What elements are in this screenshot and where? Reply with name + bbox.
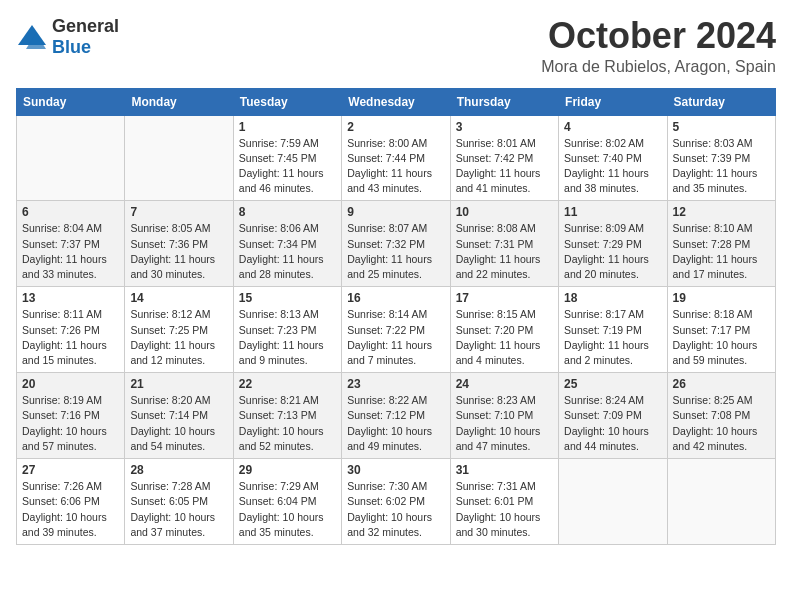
calendar-week-row: 1Sunrise: 7:59 AMSunset: 7:45 PMDaylight… xyxy=(17,115,776,201)
day-info: Sunrise: 7:31 AMSunset: 6:01 PMDaylight:… xyxy=(456,479,553,540)
calendar-table: Sunday Monday Tuesday Wednesday Thursday… xyxy=(16,88,776,545)
table-row: 26Sunrise: 8:25 AMSunset: 7:08 PMDayligh… xyxy=(667,373,775,459)
table-row: 12Sunrise: 8:10 AMSunset: 7:28 PMDayligh… xyxy=(667,201,775,287)
table-row: 4Sunrise: 8:02 AMSunset: 7:40 PMDaylight… xyxy=(559,115,667,201)
table-row: 19Sunrise: 8:18 AMSunset: 7:17 PMDayligh… xyxy=(667,287,775,373)
table-row: 28Sunrise: 7:28 AMSunset: 6:05 PMDayligh… xyxy=(125,459,233,545)
table-row: 2Sunrise: 8:00 AMSunset: 7:44 PMDaylight… xyxy=(342,115,450,201)
day-info: Sunrise: 8:13 AMSunset: 7:23 PMDaylight:… xyxy=(239,307,336,368)
day-info: Sunrise: 8:20 AMSunset: 7:14 PMDaylight:… xyxy=(130,393,227,454)
day-info: Sunrise: 7:30 AMSunset: 6:02 PMDaylight:… xyxy=(347,479,444,540)
day-info: Sunrise: 8:10 AMSunset: 7:28 PMDaylight:… xyxy=(673,221,770,282)
table-row: 13Sunrise: 8:11 AMSunset: 7:26 PMDayligh… xyxy=(17,287,125,373)
day-info: Sunrise: 8:19 AMSunset: 7:16 PMDaylight:… xyxy=(22,393,119,454)
day-info: Sunrise: 7:28 AMSunset: 6:05 PMDaylight:… xyxy=(130,479,227,540)
table-row xyxy=(125,115,233,201)
header-friday: Friday xyxy=(559,88,667,115)
day-number: 7 xyxy=(130,205,227,219)
calendar-week-row: 27Sunrise: 7:26 AMSunset: 6:06 PMDayligh… xyxy=(17,459,776,545)
day-info: Sunrise: 8:03 AMSunset: 7:39 PMDaylight:… xyxy=(673,136,770,197)
day-info: Sunrise: 8:22 AMSunset: 7:12 PMDaylight:… xyxy=(347,393,444,454)
month-title: October 2024 xyxy=(541,16,776,56)
table-row: 16Sunrise: 8:14 AMSunset: 7:22 PMDayligh… xyxy=(342,287,450,373)
day-info: Sunrise: 8:14 AMSunset: 7:22 PMDaylight:… xyxy=(347,307,444,368)
day-info: Sunrise: 8:11 AMSunset: 7:26 PMDaylight:… xyxy=(22,307,119,368)
table-row: 21Sunrise: 8:20 AMSunset: 7:14 PMDayligh… xyxy=(125,373,233,459)
day-info: Sunrise: 8:08 AMSunset: 7:31 PMDaylight:… xyxy=(456,221,553,282)
table-row xyxy=(559,459,667,545)
day-info: Sunrise: 8:04 AMSunset: 7:37 PMDaylight:… xyxy=(22,221,119,282)
table-row: 17Sunrise: 8:15 AMSunset: 7:20 PMDayligh… xyxy=(450,287,558,373)
table-row: 11Sunrise: 8:09 AMSunset: 7:29 PMDayligh… xyxy=(559,201,667,287)
header-saturday: Saturday xyxy=(667,88,775,115)
table-row: 24Sunrise: 8:23 AMSunset: 7:10 PMDayligh… xyxy=(450,373,558,459)
day-number: 28 xyxy=(130,463,227,477)
day-number: 19 xyxy=(673,291,770,305)
table-row: 20Sunrise: 8:19 AMSunset: 7:16 PMDayligh… xyxy=(17,373,125,459)
day-number: 16 xyxy=(347,291,444,305)
logo-icon xyxy=(16,23,48,51)
day-number: 5 xyxy=(673,120,770,134)
logo-blue: Blue xyxy=(52,37,91,57)
day-number: 13 xyxy=(22,291,119,305)
logo: General Blue xyxy=(16,16,119,58)
table-row: 15Sunrise: 8:13 AMSunset: 7:23 PMDayligh… xyxy=(233,287,341,373)
table-row: 29Sunrise: 7:29 AMSunset: 6:04 PMDayligh… xyxy=(233,459,341,545)
day-info: Sunrise: 7:26 AMSunset: 6:06 PMDaylight:… xyxy=(22,479,119,540)
page-header: General Blue October 2024 Mora de Rubiel… xyxy=(16,16,776,76)
table-row: 7Sunrise: 8:05 AMSunset: 7:36 PMDaylight… xyxy=(125,201,233,287)
day-info: Sunrise: 8:00 AMSunset: 7:44 PMDaylight:… xyxy=(347,136,444,197)
calendar-week-row: 20Sunrise: 8:19 AMSunset: 7:16 PMDayligh… xyxy=(17,373,776,459)
day-number: 17 xyxy=(456,291,553,305)
day-number: 6 xyxy=(22,205,119,219)
day-number: 27 xyxy=(22,463,119,477)
calendar-header-row: Sunday Monday Tuesday Wednesday Thursday… xyxy=(17,88,776,115)
day-info: Sunrise: 8:05 AMSunset: 7:36 PMDaylight:… xyxy=(130,221,227,282)
table-row: 18Sunrise: 8:17 AMSunset: 7:19 PMDayligh… xyxy=(559,287,667,373)
calendar-week-row: 6Sunrise: 8:04 AMSunset: 7:37 PMDaylight… xyxy=(17,201,776,287)
table-row: 14Sunrise: 8:12 AMSunset: 7:25 PMDayligh… xyxy=(125,287,233,373)
day-info: Sunrise: 8:12 AMSunset: 7:25 PMDaylight:… xyxy=(130,307,227,368)
day-info: Sunrise: 8:24 AMSunset: 7:09 PMDaylight:… xyxy=(564,393,661,454)
day-number: 1 xyxy=(239,120,336,134)
location: Mora de Rubielos, Aragon, Spain xyxy=(541,58,776,76)
day-number: 9 xyxy=(347,205,444,219)
day-info: Sunrise: 7:29 AMSunset: 6:04 PMDaylight:… xyxy=(239,479,336,540)
day-number: 31 xyxy=(456,463,553,477)
day-info: Sunrise: 8:01 AMSunset: 7:42 PMDaylight:… xyxy=(456,136,553,197)
title-block: October 2024 Mora de Rubielos, Aragon, S… xyxy=(541,16,776,76)
header-tuesday: Tuesday xyxy=(233,88,341,115)
table-row: 1Sunrise: 7:59 AMSunset: 7:45 PMDaylight… xyxy=(233,115,341,201)
table-row: 25Sunrise: 8:24 AMSunset: 7:09 PMDayligh… xyxy=(559,373,667,459)
day-number: 20 xyxy=(22,377,119,391)
day-number: 14 xyxy=(130,291,227,305)
day-info: Sunrise: 8:06 AMSunset: 7:34 PMDaylight:… xyxy=(239,221,336,282)
day-info: Sunrise: 8:25 AMSunset: 7:08 PMDaylight:… xyxy=(673,393,770,454)
day-info: Sunrise: 8:18 AMSunset: 7:17 PMDaylight:… xyxy=(673,307,770,368)
header-sunday: Sunday xyxy=(17,88,125,115)
table-row: 9Sunrise: 8:07 AMSunset: 7:32 PMDaylight… xyxy=(342,201,450,287)
day-info: Sunrise: 8:23 AMSunset: 7:10 PMDaylight:… xyxy=(456,393,553,454)
day-number: 10 xyxy=(456,205,553,219)
table-row: 3Sunrise: 8:01 AMSunset: 7:42 PMDaylight… xyxy=(450,115,558,201)
day-number: 30 xyxy=(347,463,444,477)
table-row: 30Sunrise: 7:30 AMSunset: 6:02 PMDayligh… xyxy=(342,459,450,545)
day-number: 3 xyxy=(456,120,553,134)
day-number: 2 xyxy=(347,120,444,134)
table-row: 27Sunrise: 7:26 AMSunset: 6:06 PMDayligh… xyxy=(17,459,125,545)
table-row: 6Sunrise: 8:04 AMSunset: 7:37 PMDaylight… xyxy=(17,201,125,287)
table-row: 31Sunrise: 7:31 AMSunset: 6:01 PMDayligh… xyxy=(450,459,558,545)
table-row: 22Sunrise: 8:21 AMSunset: 7:13 PMDayligh… xyxy=(233,373,341,459)
table-row xyxy=(17,115,125,201)
day-number: 26 xyxy=(673,377,770,391)
table-row: 10Sunrise: 8:08 AMSunset: 7:31 PMDayligh… xyxy=(450,201,558,287)
day-number: 29 xyxy=(239,463,336,477)
header-monday: Monday xyxy=(125,88,233,115)
day-info: Sunrise: 8:21 AMSunset: 7:13 PMDaylight:… xyxy=(239,393,336,454)
day-number: 8 xyxy=(239,205,336,219)
table-row: 8Sunrise: 8:06 AMSunset: 7:34 PMDaylight… xyxy=(233,201,341,287)
day-number: 11 xyxy=(564,205,661,219)
header-wednesday: Wednesday xyxy=(342,88,450,115)
day-info: Sunrise: 8:02 AMSunset: 7:40 PMDaylight:… xyxy=(564,136,661,197)
logo-general: General xyxy=(52,16,119,36)
